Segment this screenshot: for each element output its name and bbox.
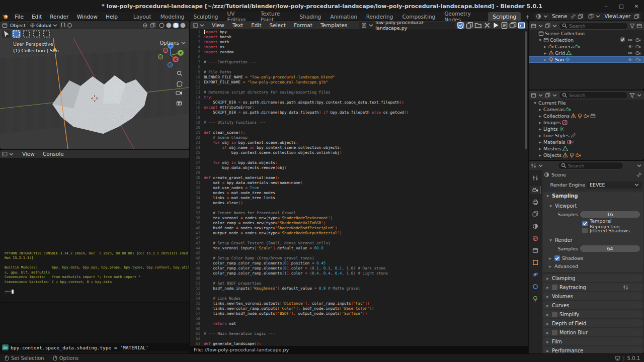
drag-dots[interactable]: ⋮⋮ [632,194,640,198]
code-line[interactable]: 11EXPORT_FILE_NAME = "low-poly-procedura… [190,80,524,85]
properties-tab-physics[interactable] [530,270,541,279]
proportional-edit-icon[interactable] [67,23,72,28]
hide-viewport-icon[interactable] [627,50,633,56]
expand-arrow[interactable]: ▶ [538,153,542,157]
code-line[interactable]: 51 # Set BSDF properties [190,281,524,286]
text-editor[interactable]: ViewTextEditSelectFormatTemplates low-po… [190,21,528,353]
run-script-button[interactable] [492,22,500,29]
expand-arrow[interactable]: ▶ [538,140,542,144]
code-line[interactable]: 9# File Paths [190,70,524,75]
code-line[interactable]: 56 links.new(color_ramp.outputs['Color']… [190,306,524,311]
code-line[interactable]: 54 # Link Nodes [190,296,524,301]
code-line[interactable]: 44 tex_voronoi.inputs['Scale'].default_v… [190,246,524,251]
python-console[interactable]: ViewConsole PYTHON INTERACTIVE CONSOLE 3… [0,150,189,302]
tweak-tool-button[interactable] [2,30,11,38]
workspace-tab-uv-editing[interactable]: UV Editing [223,12,256,21]
panel-header-film[interactable]: ▶Film⋮⋮ [543,337,643,345]
properties-tab-world[interactable] [530,234,541,242]
properties-tab-collection[interactable] [530,246,541,254]
render-subpanel[interactable]: ▼Render [546,236,643,244]
workspace-tab-geometry-nodes[interactable]: Geometry Nodes [440,12,488,21]
properties-search-input[interactable]: Search [558,162,623,169]
disable-render-icon[interactable] [635,57,641,62]
checkbox-jittered-shadows[interactable] [582,228,588,233]
text-menu-format[interactable]: Format [290,22,316,28]
console-prompt[interactable]: >>> [5,290,187,295]
gizmo-axis-x-neg[interactable] [163,48,168,52]
hide-viewport-icon[interactable] [627,37,633,43]
outliner-blend-file[interactable]: Search ▼Current File▶Cameras▶Collections… [529,90,644,160]
viewport-subpanel[interactable]: ▼Viewport [546,202,643,210]
pin-icon[interactable] [636,172,642,177]
properties-tab-light-data[interactable] [530,295,541,303]
select-box-tool-button[interactable] [12,30,21,38]
workspace-tab-modeling[interactable]: Modeling [156,12,189,21]
panel-header-volumes[interactable]: ▶Volumes⋮⋮ [543,292,643,300]
orientation-dropdown[interactable]: Global [28,22,59,29]
outliner-row-scene-collection[interactable]: Scene Collection [529,30,644,37]
code-line[interactable]: 52 bsdf_node.inputs['Roughness'].default… [190,286,524,291]
syntax-highlight-toggle[interactable] [518,22,525,29]
gizmo-axis-z-neg[interactable] [168,62,172,67]
drag-dots[interactable]: ⋮⋮ [632,312,640,316]
sliders-icon[interactable] [623,285,628,290]
code-line[interactable]: 42 [190,236,524,241]
code-line[interactable]: 41 output_node = nodes.new(type='ShaderN… [190,231,524,236]
code-line[interactable]: 57 links.new(bsdf_node.outputs['BSDF'], … [190,311,524,316]
blend-file-search-input[interactable]: Search [559,92,628,99]
render-engine-dropdown[interactable]: EEVEE [587,182,642,189]
checkbox-temporal-reprojection[interactable] [582,221,588,226]
open-text-button[interactable] [474,22,482,29]
code-line[interactable]: 62 [190,336,524,341]
drag-dots[interactable]: ⋮⋮ [632,330,640,334]
console-editor-icon[interactable] [2,151,8,157]
blend-file-row-lights[interactable]: ▶Lights [529,126,644,132]
panel-header-depth-of-field[interactable]: ▶Depth of Field⋮⋮ [543,319,643,327]
expand-arrow[interactable]: ▶ [538,121,542,124]
blend-file-row-materials[interactable]: ▶Materials2 [529,139,644,145]
options-dropdown[interactable]: Options [159,40,186,46]
workspace-tab-scripting[interactable]: Scripting [488,12,521,21]
code-line[interactable]: 2import bmesh [190,35,524,40]
filter-icon[interactable] [629,93,635,98]
select-paint-tool-button[interactable] [42,30,51,38]
code-area[interactable]: 1import bpy2import bmesh3import math4imp… [190,30,524,346]
show-gizmo-icon[interactable] [142,23,148,28]
panel-header-performance[interactable]: ▶Performance⋮⋮ [543,346,643,353]
code-line[interactable]: 21def clear_scene(): [190,130,524,135]
code-line[interactable]: 22 # Scene Cleanup [190,135,524,140]
console-output[interactable]: PYTHON INTERACTIVE CONSOLE 3.14.2 (main,… [5,251,187,295]
code-line[interactable]: 3import math [190,40,524,45]
info-log-row[interactable]: bpy.context.space_data.shading.type = 'M… [0,343,189,351]
disable-render-icon[interactable] [635,37,641,43]
properties-tab-render[interactable] [530,186,541,194]
scene-selector[interactable]: Scene [534,13,585,20]
workspace-tab-sculpting[interactable]: Sculpting [189,12,222,21]
viewport-samples-field[interactable]: 16 [580,211,640,218]
properties-editor[interactable]: Search SceneRender EngineEEVEE▼Sampling⋮… [529,161,644,353]
properties-tab-constraints[interactable] [530,283,541,291]
disable-render-icon[interactable] [635,50,641,56]
add-workspace-button[interactable]: + [521,12,534,21]
chevron-down-icon[interactable] [636,163,642,168]
properties-tab-tool[interactable] [530,174,541,182]
code-line[interactable]: 40 bsdf_node = nodes.new(type='ShaderNod… [190,226,524,231]
console-menu-console[interactable]: Console [39,151,68,157]
snap-magnet-icon[interactable] [60,23,66,28]
code-line[interactable]: 53 [190,291,524,296]
pin-icon[interactable] [571,14,576,19]
text-menu-text[interactable]: Text [228,22,247,28]
blend-file-row-meshes[interactable]: ▶Meshes [529,145,644,152]
code-line[interactable]: 5import random [190,50,524,55]
expand-arrow[interactable]: ▶ [538,114,542,118]
code-line[interactable]: 30def create_gravel_material(name): [190,175,524,180]
outliner-row-sun[interactable]: ▶Sun [529,56,644,63]
code-line[interactable]: 19# --- Utility Functions --- [190,120,524,125]
expand-arrow[interactable]: ▶ [543,58,547,61]
render-samples-field[interactable]: 64 [580,245,640,252]
hide-viewport-icon[interactable] [627,44,633,49]
workspace-tab-rendering[interactable]: Rendering [362,12,398,21]
close-button[interactable]: ✕ [629,0,644,12]
subrow-shadows[interactable]: ▶Shadows [548,255,641,261]
code-line[interactable]: 39 color_ramp = nodes.new(type='ShaderNo… [190,221,524,226]
